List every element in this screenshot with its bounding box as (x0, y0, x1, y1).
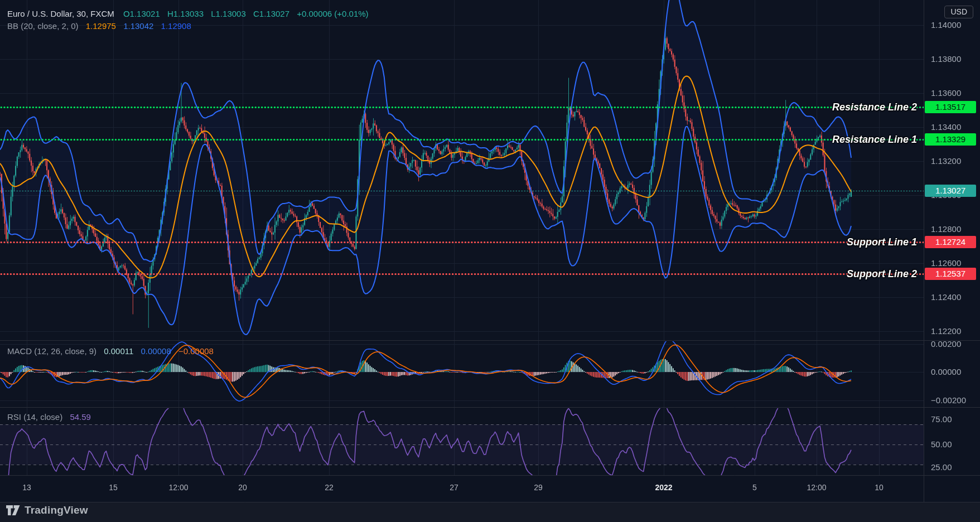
price-tick: 1.13200 (931, 157, 961, 166)
macd-signal-value: −0.00008 (178, 346, 214, 356)
price-tick: 1.13400 (931, 123, 961, 132)
price-tick: 1.13600 (931, 89, 961, 98)
macd-line-value: 0.00008 (141, 346, 171, 356)
level-price-badge: 1.12724 (925, 236, 976, 248)
time-tick: 27 (450, 483, 458, 492)
level-label-support-line-1[interactable]: Support Line 1 (847, 235, 917, 249)
rsi-label: RSI (14, close) (7, 412, 62, 422)
price-tick: 1.12600 (931, 259, 961, 268)
chart-window: Euro / U.S. Dollar, 30, FXCM O1.13021 H1… (0, 0, 980, 522)
level-label-resistance-line-2[interactable]: Resistance Line 2 (832, 100, 917, 114)
rsi-tick: 50.00 (931, 440, 952, 449)
price-tick: 1.14000 (931, 21, 961, 30)
rsi-tick: 25.00 (931, 463, 952, 472)
level-price-badge: 1.13329 (925, 133, 976, 146)
macd-tick: 0.00000 (931, 368, 961, 376)
time-tick: 5 (752, 483, 757, 492)
tradingview-logo[interactable]: TradingView (6, 504, 88, 516)
rsi-value: 54.59 (70, 412, 91, 422)
macd-tick: 0.00200 (931, 340, 961, 349)
macd-histogram-value: 0.00011 (104, 346, 133, 356)
time-tick: 12:00 (168, 483, 188, 492)
time-tick: 13 (22, 483, 31, 492)
ohlc-low: L1.13003 (211, 9, 246, 18)
chart-canvas[interactable] (0, 0, 980, 522)
level-label-support-line-2[interactable]: Support Line 2 (847, 267, 917, 281)
time-tick: 22 (325, 483, 334, 492)
time-tick: 15 (109, 483, 118, 492)
rsi-indicator-row[interactable]: RSI (14, close) 54.59 (7, 412, 96, 422)
bb-upper-value: 1.13042 (123, 21, 153, 31)
level-price-badge: 1.13517 (925, 101, 976, 113)
price-tick: 1.12200 (931, 327, 961, 336)
bb-lower-value: 1.12908 (161, 21, 191, 31)
level-label-resistance-line-1[interactable]: Resistance Line 1 (832, 133, 917, 146)
price-tick: 1.13800 (931, 55, 961, 64)
ohlc-high: H1.13033 (167, 9, 204, 18)
price-tick: 1.12400 (931, 293, 961, 302)
ohlc-open: O1.13021 (123, 9, 160, 18)
macd-indicator-row[interactable]: MACD (12, 26, close, 9) 0.00011 0.00008 … (7, 346, 219, 356)
price-tick: 1.12800 (931, 225, 961, 234)
tradingview-logo-icon (6, 505, 21, 516)
symbol-title: Euro / U.S. Dollar, 30, FXCM (7, 9, 114, 18)
bb-label: BB (20, close, 2, 0) (7, 21, 79, 31)
time-tick: 12:00 (807, 483, 826, 492)
symbol-header-row[interactable]: Euro / U.S. Dollar, 30, FXCM O1.13021 H1… (7, 9, 374, 18)
time-tick: 2022 (655, 483, 672, 492)
macd-label: MACD (12, 26, close, 9) (7, 346, 96, 356)
time-tick: 29 (534, 483, 543, 492)
level-price-badge: 1.12537 (925, 268, 976, 280)
last-price-badge: 1.13027 (925, 185, 976, 197)
time-tick: 20 (238, 483, 247, 492)
bb-indicator-row[interactable]: BB (20, close, 2, 0) 1.12975 1.13042 1.1… (7, 21, 196, 31)
rsi-tick: 75.00 (931, 415, 952, 424)
ohlc-close: C1.13027 (253, 9, 289, 18)
price-change: +0.00006 (+0.01%) (297, 9, 368, 18)
time-tick: 10 (875, 483, 884, 492)
currency-toggle-button[interactable]: USD (944, 6, 973, 18)
macd-tick: −0.00200 (931, 396, 966, 405)
bb-basis-value: 1.12975 (86, 21, 116, 31)
tradingview-logo-text: TradingView (25, 504, 88, 516)
